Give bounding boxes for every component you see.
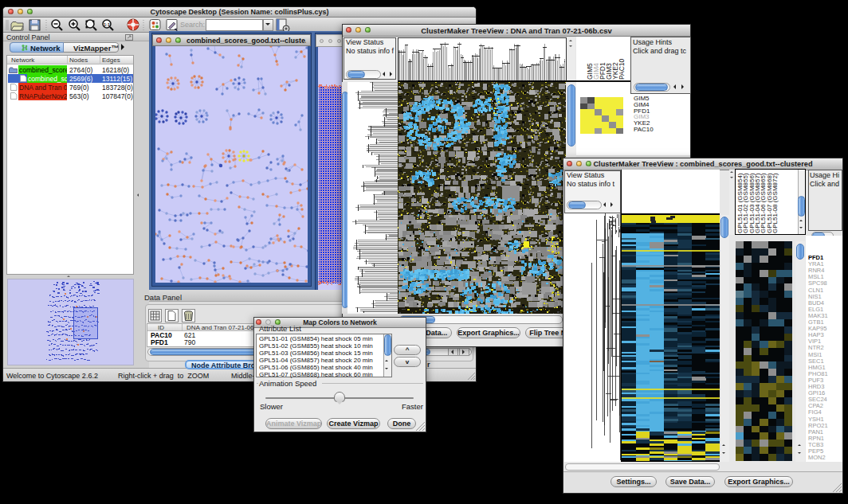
svg-text:1:1: 1:1 [104,22,110,27]
